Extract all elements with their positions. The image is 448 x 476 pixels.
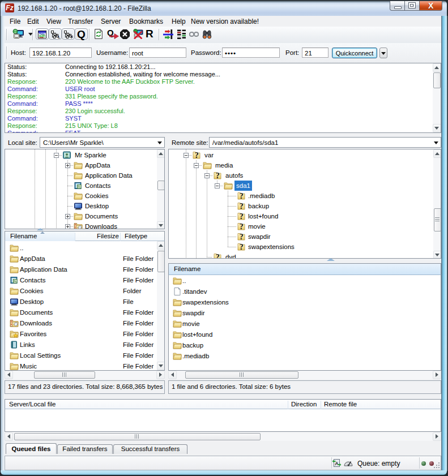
svg-text:L: L — [58, 35, 60, 38]
svg-text:F: F — [71, 35, 73, 38]
